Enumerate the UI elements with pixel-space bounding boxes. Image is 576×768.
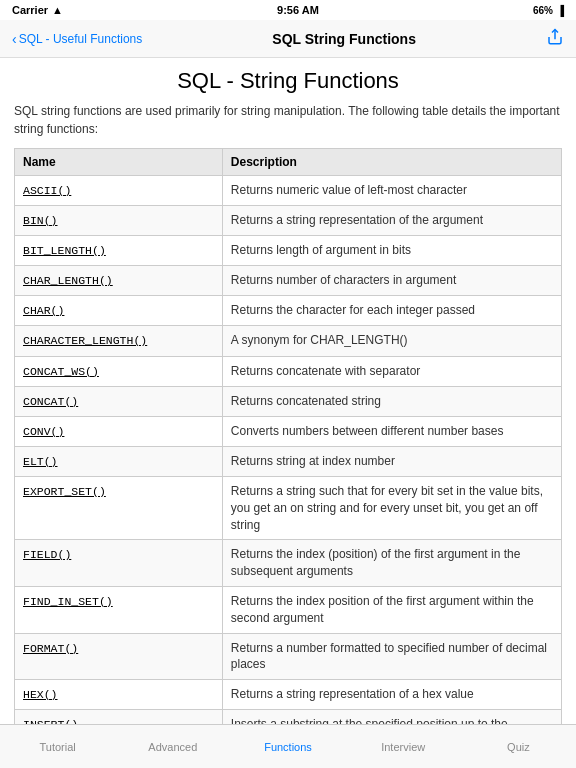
func-desc: Returns a string representation of the a… [222,206,561,236]
func-desc: Returns a string representation of a hex… [222,680,561,710]
func-desc: Returns the index (position) of the firs… [222,540,561,587]
func-desc: Converts numbers between different numbe… [222,416,561,446]
func-desc: Returns numeric value of left-most chara… [222,176,561,206]
tab-functions[interactable]: Functions [230,725,345,768]
table-row[interactable]: EXPORT_SET() Returns a string such that … [15,476,562,539]
func-desc: Returns a number formatted to specified … [222,633,561,680]
table-row[interactable]: CONV() Converts numbers between differen… [15,416,562,446]
main-content: SQL - String Functions SQL string functi… [0,58,576,768]
func-desc: Returns length of argument in bits [222,236,561,266]
func-name: HEX() [23,688,58,701]
nav-back-label: SQL - Useful Functions [19,32,143,46]
func-name: CHAR() [23,304,64,317]
func-name: FIND_IN_SET() [23,595,113,608]
func-desc: Returns concatenate with separator [222,356,561,386]
nav-back-button[interactable]: ‹ SQL - Useful Functions [12,31,142,47]
status-right: 66% ▐ [533,5,564,16]
func-name: EXPORT_SET() [23,485,106,498]
page-title: SQL - String Functions [14,68,562,94]
func-desc: Returns string at index number [222,446,561,476]
page-description: SQL string functions are used primarily … [14,102,562,138]
table-row[interactable]: HEX() Returns a string representation of… [15,680,562,710]
col-header-name: Name [15,149,223,176]
wifi-icon: ▲ [52,4,63,16]
table-row[interactable]: FORMAT() Returns a number formatted to s… [15,633,562,680]
func-desc: Returns a string such that for every bit… [222,476,561,539]
func-name: BIN() [23,214,58,227]
functions-table: Name Description ASCII() Returns numeric… [14,148,562,768]
tab-tutorial[interactable]: Tutorial [0,725,115,768]
func-desc: Returns the character for each integer p… [222,296,561,326]
func-name: CHAR_LENGTH() [23,274,113,287]
table-row[interactable]: CONCAT_WS() Returns concatenate with sep… [15,356,562,386]
nav-title: SQL String Functions [272,31,416,47]
table-row[interactable]: ASCII() Returns numeric value of left-mo… [15,176,562,206]
status-left: Carrier ▲ [12,4,63,16]
table-row[interactable]: FIELD() Returns the index (position) of … [15,540,562,587]
status-time: 9:56 AM [277,4,319,16]
col-header-desc: Description [222,149,561,176]
func-name: ELT() [23,455,58,468]
table-row[interactable]: CHAR() Returns the character for each in… [15,296,562,326]
tab-bar: TutorialAdvancedFunctionsInterviewQuiz [0,724,576,768]
func-name: FORMAT() [23,642,78,655]
func-desc: Returns concatenated string [222,386,561,416]
table-row[interactable]: BIT_LENGTH() Returns length of argument … [15,236,562,266]
func-desc: Returns the index position of the first … [222,586,561,633]
nav-bar: ‹ SQL - Useful Functions SQL String Func… [0,20,576,58]
table-row[interactable]: CHARACTER_LENGTH() A synonym for CHAR_LE… [15,326,562,356]
table-row[interactable]: ELT() Returns string at index number [15,446,562,476]
battery-label: 66% [533,5,553,16]
chevron-left-icon: ‹ [12,31,17,47]
func-desc: Returns number of characters in argument [222,266,561,296]
status-bar: Carrier ▲ 9:56 AM 66% ▐ [0,0,576,20]
tab-quiz[interactable]: Quiz [461,725,576,768]
func-name: BIT_LENGTH() [23,244,106,257]
func-name: CONCAT() [23,395,78,408]
func-name: FIELD() [23,548,71,561]
table-row[interactable]: FIND_IN_SET() Returns the index position… [15,586,562,633]
tab-advanced[interactable]: Advanced [115,725,230,768]
share-button[interactable] [546,28,564,50]
func-name: CONV() [23,425,64,438]
battery-icon: ▐ [557,5,564,16]
func-name: CHARACTER_LENGTH() [23,334,147,347]
tab-interview[interactable]: Interview [346,725,461,768]
table-row[interactable]: CONCAT() Returns concatenated string [15,386,562,416]
func-name: ASCII() [23,184,71,197]
carrier-label: Carrier [12,4,48,16]
func-name: CONCAT_WS() [23,365,99,378]
func-desc: A synonym for CHAR_LENGTH() [222,326,561,356]
table-row[interactable]: BIN() Returns a string representation of… [15,206,562,236]
table-row[interactable]: CHAR_LENGTH() Returns number of characte… [15,266,562,296]
